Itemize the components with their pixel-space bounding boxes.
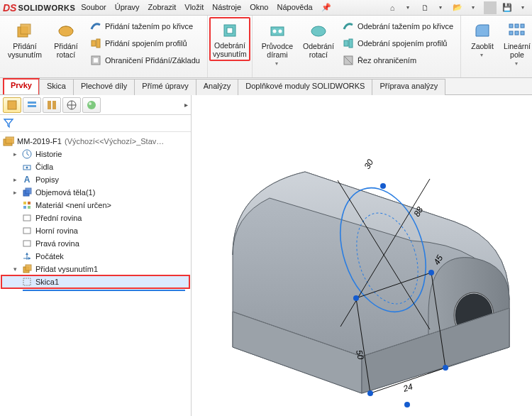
svg-rect-42 [28, 206, 31, 209]
new-doc-icon[interactable]: 🗋 [419, 1, 431, 14]
feature-tree[interactable]: MM-2019-F1 (Výchozí<<Výchozí>_Stav… ▸ Hi… [0, 132, 191, 416]
odebrani-vysunutim-button[interactable]: Odebrání vysunutím [209, 17, 250, 61]
save-icon[interactable]: 💾 [501, 1, 514, 14]
svg-rect-14 [349, 39, 353, 48]
open-doc-icon[interactable]: 📂 [451, 1, 464, 14]
panel-tab-dimxpert[interactable] [62, 97, 81, 113]
odebrani-tazenim-button[interactable]: Odebrání tažením po křivce [339, 18, 456, 34]
panel-tab-property-manager[interactable] [23, 97, 41, 113]
tree-material[interactable]: Materiál <není určen> [1, 199, 189, 212]
svg-text:30: 30 [362, 158, 375, 171]
tree-objemova-tela[interactable]: ▸ Objemová těla(1) [1, 186, 189, 199]
ohraniceni-button[interactable]: Ohraničení Přidání/Základu [87, 53, 203, 68]
svg-rect-43 [23, 215, 31, 221]
menu-zobrazit[interactable]: Zobrazit [148, 3, 177, 12]
svg-rect-39 [23, 202, 26, 204]
command-tab-strip: Prvky Skica Plechové díly Přímé úpravy A… [0, 78, 532, 95]
tab-doplnkove-moduly[interactable]: Doplňkové moduly SOLIDWORKS [238, 79, 372, 95]
tree-skica1[interactable]: Skica1 [1, 275, 189, 288]
svg-rect-41 [23, 206, 26, 209]
tree-pridat-vysunutim1[interactable]: ▾ Přidat vysunutím1 [1, 263, 189, 275]
svg-point-61 [428, 270, 434, 275]
tab-analyzy[interactable]: Analýzy [196, 79, 239, 95]
svg-rect-4 [96, 39, 100, 48]
odebrani-spojenim-button[interactable]: Odebrání spojením profilů [339, 35, 456, 51]
svg-rect-20 [515, 31, 519, 35]
odebrani-rotaci-button[interactable]: Odebrání rotací [298, 18, 339, 61]
svg-point-64 [404, 402, 410, 407]
tree-root[interactable]: MM-2019-F1 (Výchozí<<Výchozí>_Stav… [1, 135, 189, 148]
svg-rect-22 [8, 101, 16, 109]
panel-tab-feature-tree[interactable] [3, 97, 21, 113]
linearni-pole-button[interactable]: Lineární pole▾ [499, 18, 532, 69]
pruvodce-dirami-button[interactable]: Průvodce dírami▾ [257, 18, 298, 69]
pin-icon[interactable]: 📌 [321, 3, 331, 12]
tree-filter-bar [0, 115, 191, 132]
filter-funnel-icon[interactable] [3, 117, 14, 130]
tree-popisy[interactable]: ▸A Popisy [1, 173, 189, 186]
rez-ohranicenim-button[interactable]: Řez ohraničením [339, 53, 456, 68]
svg-rect-3 [92, 40, 96, 46]
menu-soubor[interactable]: Soubor [81, 3, 106, 12]
tab-prime-upravy[interactable]: Přímé úpravy [134, 79, 196, 95]
svg-rect-18 [521, 24, 524, 28]
svg-rect-44 [23, 228, 31, 234]
pridani-tazenim-button[interactable]: Přidání tažením po křivce [87, 18, 203, 34]
app-logo: DS SOLIDWORKS [3, 2, 75, 13]
pridani-rotaci-button[interactable]: Přidání rotací [45, 18, 87, 61]
svg-point-63 [367, 390, 373, 396]
tree-historie[interactable]: ▸ Historie [1, 148, 189, 160]
tab-skica[interactable]: Skica [39, 79, 74, 95]
svg-rect-24 [28, 105, 36, 107]
svg-rect-13 [344, 40, 348, 46]
zaoblit-button[interactable]: Zaoblit▾ [465, 18, 499, 60]
menu-nastroje[interactable]: Nástroje [212, 3, 241, 12]
pridani-spojenim-button[interactable]: Přidání spojením profilů [87, 35, 203, 51]
separator [484, 1, 497, 14]
menu-okno[interactable]: Okno [250, 3, 268, 12]
svg-point-60 [353, 295, 359, 301]
svg-point-62 [443, 365, 448, 371]
workspace: ▸ MM-2019-F1 (Výchozí<<Výchozí>_Stav… ▸ … [0, 95, 532, 416]
svg-rect-8 [227, 28, 233, 33]
menu-vlozit[interactable]: Vložit [184, 3, 204, 12]
svg-point-59 [380, 183, 386, 189]
panel-tab-configuration[interactable] [43, 97, 61, 113]
ds-logo-icon: DS [3, 2, 16, 13]
tab-plechove-dily[interactable]: Plechové díly [73, 79, 135, 95]
svg-rect-26 [52, 101, 56, 109]
svg-rect-48 [23, 278, 31, 285]
graphics-viewport[interactable]: 30 88 45 50 24 [192, 95, 532, 416]
svg-rect-6 [94, 58, 98, 62]
svg-point-10 [272, 30, 276, 33]
home-icon[interactable]: ⌂ [386, 1, 399, 14]
svg-rect-1 [21, 24, 31, 34]
feature-manager-panel: ▸ MM-2019-F1 (Výchozí<<Výchozí>_Stav… ▸ … [0, 95, 192, 416]
svg-point-36 [26, 167, 28, 169]
svg-rect-16 [509, 24, 513, 28]
svg-point-30 [87, 101, 96, 109]
panel-tab-overflow-icon[interactable]: ▸ [184, 101, 188, 109]
panel-tab-strip: ▸ [0, 95, 191, 115]
svg-point-12 [311, 26, 326, 36]
svg-rect-25 [48, 101, 51, 109]
svg-rect-17 [515, 24, 519, 28]
tree-predni-rovina[interactable]: Přední rovina [1, 212, 189, 224]
tree-prava-rovina[interactable]: Pravá rovina [1, 237, 189, 250]
menu-napoveda[interactable]: Nápověda [277, 3, 312, 12]
svg-rect-40 [28, 202, 31, 204]
svg-text:24: 24 [401, 381, 414, 394]
pridani-vysunutim-button[interactable]: Přidání vysunutím [4, 18, 45, 61]
svg-rect-47 [26, 265, 31, 270]
svg-rect-23 [28, 102, 36, 104]
tab-prvky[interactable]: Prvky [3, 78, 40, 94]
panel-tab-display[interactable] [82, 97, 101, 113]
svg-rect-33 [6, 137, 14, 143]
svg-rect-45 [23, 241, 31, 246]
menu-upravy[interactable]: Úpravy [115, 3, 140, 12]
tree-horni-rovina[interactable]: Horní rovina [1, 224, 189, 237]
rollback-bar[interactable] [23, 290, 185, 291]
tree-pocatek[interactable]: Počátek [1, 250, 189, 263]
tree-cidla[interactable]: Čidla [1, 160, 189, 173]
tab-priprava-analyzy[interactable]: Příprava analýzy [372, 79, 445, 95]
